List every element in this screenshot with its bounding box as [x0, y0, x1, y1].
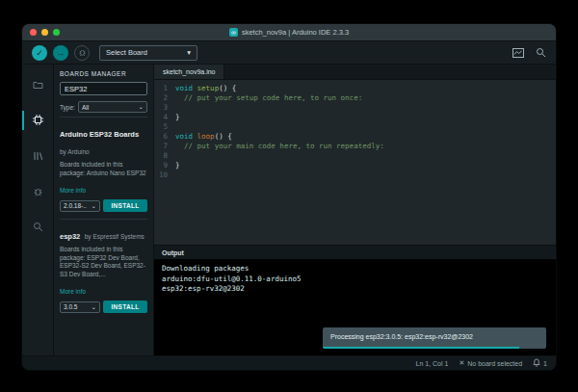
panel-title: BOARDS MANAGER: [60, 70, 147, 77]
board-selector-dropdown[interactable]: Select Board ▾: [99, 45, 197, 61]
board-package-entry: Arduino ESP32 Boards by Arduino Boards i…: [60, 117, 147, 219]
install-button[interactable]: INSTALL: [103, 199, 147, 212]
serial-plotter-icon[interactable]: [512, 48, 524, 58]
right-arrow-icon: →: [57, 48, 66, 58]
entry-title-line: esp32 by Espressif Systems: [60, 225, 147, 243]
line-number: 7: [154, 142, 175, 151]
sidebar-item-search[interactable]: [22, 217, 53, 238]
version-dropdown[interactable]: 2.0.18-.. ⌄: [60, 200, 100, 212]
window-title-area: ∞ sketch_nov9a | Arduino IDE 2.3.3: [22, 28, 556, 37]
bell-icon: [533, 358, 540, 368]
boards-search-input[interactable]: [60, 82, 147, 95]
board-status-label: No board selected: [467, 360, 522, 367]
toast-message: Processing esp32:3.0.5: esp32:esp-rv32@2…: [330, 333, 473, 340]
code-text: // put your main code here, to run repea…: [175, 142, 384, 151]
code-line: 4}: [154, 113, 556, 122]
package-actions: 2.0.18-.. ⌄ INSTALL: [60, 199, 147, 212]
install-button[interactable]: INSTALL: [103, 301, 147, 313]
line-number: 6: [154, 132, 175, 142]
cursor-position[interactable]: Ln 1, Col 1: [416, 360, 449, 367]
code-line: 3: [154, 103, 556, 113]
toolbar-right: [512, 47, 546, 58]
output-line: Downloading packages: [162, 264, 548, 274]
line-number: 8: [154, 151, 175, 161]
package-actions: 3.0.5 ⌄ INSTALL: [60, 301, 147, 313]
bug-icon: [33, 183, 43, 200]
output-panel-header[interactable]: Output: [154, 245, 556, 259]
chevron-down-icon: ⌄: [139, 103, 144, 111]
chevron-down-icon: ▾: [187, 48, 191, 57]
output-line: esp32:esp-rv32@2302: [162, 284, 548, 295]
line-number: 3: [154, 103, 175, 113]
sidebar-item-debug[interactable]: [22, 181, 53, 202]
debug-button[interactable]: [74, 45, 90, 61]
output-console[interactable]: Downloading packagesarduino:dfu-util@0.1…: [154, 259, 556, 355]
code-area[interactable]: 1void setup() {2 // put your setup code …: [154, 80, 556, 245]
line-number: 5: [154, 122, 175, 132]
zoom-window-button[interactable]: [53, 29, 60, 36]
line-number: 2: [154, 93, 175, 103]
titlebar[interactable]: ∞ sketch_nov9a | Arduino IDE 2.3.3: [22, 24, 556, 41]
chevron-down-icon: ⌄: [92, 303, 96, 311]
search-icon: [33, 219, 43, 236]
code-text: void loop() {: [175, 132, 232, 142]
chip-icon: [33, 112, 43, 129]
code-line: 5: [154, 122, 556, 132]
board-status[interactable]: ✕ No board selected: [459, 359, 522, 367]
activity-bar: [22, 65, 54, 355]
code-text: }: [175, 113, 180, 122]
window-title: sketch_nov9a | Arduino IDE 2.3.3: [242, 28, 349, 37]
tab-sketch[interactable]: sketch_nov9a.ino: [154, 65, 224, 79]
line-number: 10: [154, 170, 175, 180]
line-number: 1: [154, 84, 175, 93]
notifications[interactable]: 1: [533, 358, 547, 368]
code-line: 8: [154, 151, 556, 161]
more-info-link[interactable]: More info: [60, 187, 86, 194]
output-line: arduino:dfu-util@0.11.0-arduino5: [162, 274, 548, 285]
toolbar: ✓ → Select Board ▾: [22, 41, 556, 65]
package-name: esp32: [60, 232, 80, 241]
tab-label: sketch_nov9a.ino: [163, 68, 215, 75]
version-value: 2.0.18-..: [64, 202, 87, 209]
version-value: 3.0.5: [64, 303, 77, 310]
package-author: by Espressif Systems: [85, 233, 144, 240]
type-filter-value: All: [82, 104, 89, 111]
board-selector-label: Select Board: [106, 48, 147, 57]
line-number: 4: [154, 113, 175, 122]
package-name: Arduino ESP32 Boards: [60, 130, 139, 139]
version-dropdown[interactable]: 3.0.5 ⌄: [60, 301, 100, 313]
progress-bar: [323, 347, 519, 349]
sidebar-item-boards-manager[interactable]: [22, 110, 53, 131]
type-filter-row: Type: All ⌄: [60, 101, 147, 113]
code-line: 6void loop() {: [154, 132, 556, 142]
board-package-entry: esp32 by Espressif Systems Boards includ…: [60, 219, 147, 320]
chevron-down-icon: ⌄: [92, 202, 96, 210]
close-window-button[interactable]: [30, 29, 37, 36]
editor-tabbar: sketch_nov9a.ino: [154, 65, 556, 80]
output-console-lines: Downloading packagesarduino:dfu-util@0.1…: [162, 264, 548, 295]
sidebar-item-sketchbook[interactable]: [22, 74, 53, 95]
arduino-ide-window: ∞ sketch_nov9a | Arduino IDE 2.3.3 ✓ → S…: [21, 23, 557, 371]
books-icon: [33, 147, 43, 165]
entry-title-line: Arduino ESP32 Boards by Arduino: [60, 123, 147, 158]
progress-toast: Processing esp32:3.0.5: esp32:esp-rv32@2…: [323, 327, 546, 350]
bug-icon: [78, 48, 87, 57]
serial-monitor-icon[interactable]: [536, 47, 546, 58]
type-filter-dropdown[interactable]: All ⌄: [78, 101, 147, 113]
upload-button[interactable]: →: [53, 45, 68, 61]
sidebar-item-library-manager[interactable]: [22, 145, 53, 167]
check-icon: ✓: [36, 48, 43, 58]
code-line: 2 // put your setup code here, to run on…: [154, 93, 556, 103]
editor-column: sketch_nov9a.ino 1void setup() {2 // put…: [154, 65, 556, 355]
code-text: }: [175, 161, 180, 170]
more-info-link[interactable]: More info: [60, 288, 86, 295]
output-title: Output: [162, 249, 184, 256]
minimize-window-button[interactable]: [41, 29, 48, 36]
package-description: Boards included in this package: Arduino…: [60, 161, 147, 177]
code-text: void setup() {: [175, 84, 236, 93]
window-controls: [30, 29, 60, 36]
folder-icon: [33, 76, 43, 93]
package-description: Boards included in this package: ESP32 D…: [60, 246, 147, 278]
verify-button[interactable]: ✓: [32, 45, 47, 61]
desktop-background: ∞ sketch_nov9a | Arduino IDE 2.3.3 ✓ → S…: [0, 0, 578, 392]
